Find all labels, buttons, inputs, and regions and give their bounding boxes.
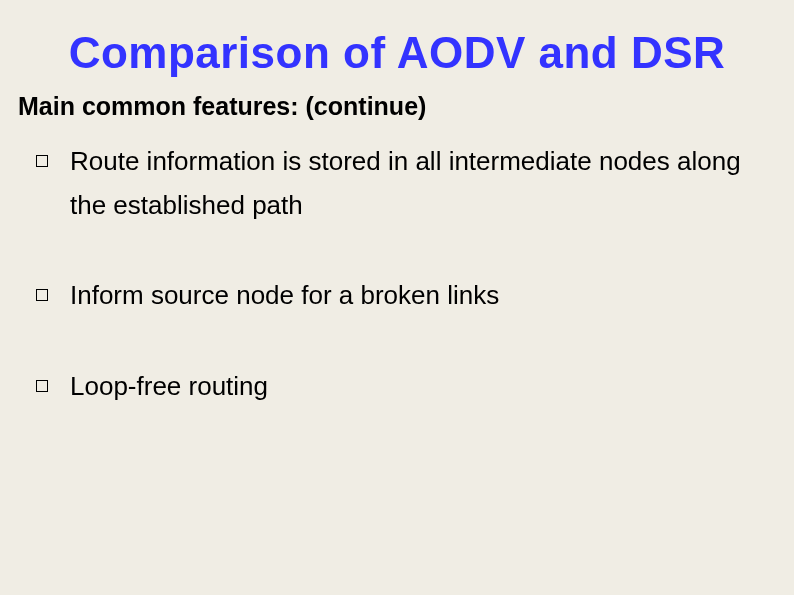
list-item: Route information is stored in all inter… <box>36 139 776 227</box>
slide: Comparison of AODV and DSR Main common f… <box>0 0 794 595</box>
slide-title: Comparison of AODV and DSR <box>18 28 776 78</box>
list-item: Inform source node for a broken links <box>36 273 776 317</box>
bullet-list: Route information is stored in all inter… <box>36 139 776 408</box>
slide-subtitle: Main common features: (continue) <box>18 92 776 121</box>
list-item: Loop-free routing <box>36 364 776 408</box>
